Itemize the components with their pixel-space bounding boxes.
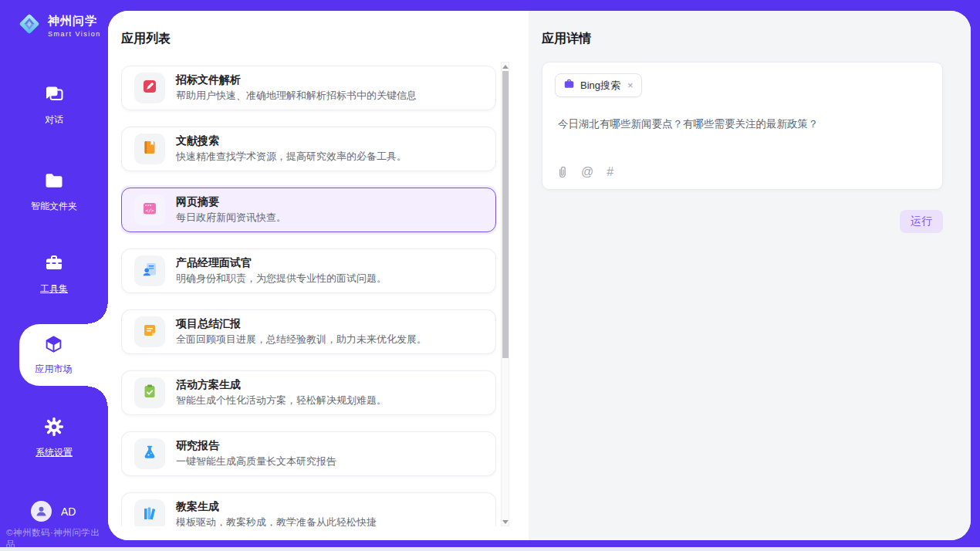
user-account[interactable]: AD [31,501,76,522]
tool-tag-label: Bing搜索 [580,79,620,93]
tender-document-icon [141,78,158,98]
composer-toolbar: @# [556,165,613,179]
literature-search-icon [141,139,158,159]
app-description: 全面回顾项目进展，总结经验教训，助力未来优化发展。 [176,333,427,346]
webpage-summary-icon: </> [141,200,158,220]
mention-icon[interactable]: @ [581,165,593,179]
app-list-item[interactable]: 产品经理面试官 明确身份和职责，为您提供专业性的面试问题。 [121,248,496,293]
app-description: 模板驱动，教案秒成，教学准备从此轻松快捷 [176,516,377,526]
app-name: 研究报告 [176,439,336,452]
bottom-edge-strip [0,547,980,551]
sidebar-item-label: 智能文件夹 [31,200,77,213]
cube-icon [43,334,64,358]
avatar [31,501,52,522]
sidebar-item-2[interactable]: 智能文件夹 [0,170,108,213]
sidebar-item-label: 系统设置 [35,446,73,459]
app-list-item[interactable]: 教案生成 模板驱动，教案秒成，教学准备从此轻松快捷 [121,492,496,526]
lesson-plan-icon [141,505,158,525]
app-list-item[interactable]: 招标文件解析 帮助用户快速、准确地理解和解析招标书中的关键信息 [121,66,496,110]
app-name: 项目总结汇报 [176,317,427,330]
app-description: 明确身份和职责，为您提供专业性的面试问题。 [176,272,387,286]
diamond-logo-icon [15,10,43,41]
app-name: 文献搜索 [176,134,407,147]
hash-icon[interactable]: # [607,165,613,179]
prompt-text: 今日湖北有哪些新闻要点？有哪些需要关注的最新政策？ [558,117,928,132]
app-list-title: 应用列表 [121,31,171,47]
app-list: 招标文件解析 帮助用户快速、准确地理解和解析招标书中的关键信息 文献搜索 快速精… [121,62,496,526]
app-description: 智能生成个性化活动方案，轻松解决规划难题。 [176,394,387,407]
run-button[interactable]: 运行 [900,210,943,233]
toolbox-icon [43,252,65,277]
sidebar-item-3[interactable]: 工具集 [0,252,108,296]
folder-icon [43,170,65,194]
app-description: 每日政府新闻资讯快查。 [176,211,286,225]
app-detail-panel: 应用详情 Bing搜索 × 今日湖北有哪些新闻要点？有哪些需要关注的最新政策？ … [529,11,971,540]
app-name: 网页摘要 [176,195,286,208]
app-list-item[interactable]: 项目总结汇报 全面回顾项目进展，总结经验教训，助力未来优化发展。 [121,309,496,354]
app-list-item[interactable]: </> 网页摘要 每日政府新闻资讯快查。 [121,188,496,232]
user-name: AD [61,505,76,518]
scroll-up-arrow-icon[interactable] [502,63,509,70]
app-name: 产品经理面试官 [176,256,387,269]
sidebar-item-label: 工具集 [40,282,68,296]
app-detail-title: 应用详情 [542,31,591,47]
sidebar-item-5[interactable]: 系统设置 [0,416,108,459]
main-container: 应用列表 招标文件解析 帮助用户快速、准确地理解和解析招标书中的关键信息 文献搜… [108,11,971,540]
activity-plan-icon [141,383,158,403]
tool-tag-bing-search[interactable]: Bing搜索 × [555,73,642,97]
brand-subtitle: Smart Vision [48,30,101,38]
briefcase-icon [563,78,575,93]
app-list-item[interactable]: 研究报告 一键智能生成高质量长文本研究报告 [121,431,496,476]
app-name: 招标文件解析 [176,73,417,86]
app-name: 教案生成 [176,500,377,513]
page: { "brand": { "name": "神州问学", "subtitle":… [0,0,980,551]
paperclip-icon[interactable] [556,165,568,179]
app-list-panel: 应用列表 招标文件解析 帮助用户快速、准确地理解和解析招标书中的关键信息 文献搜… [108,11,529,540]
svg-text:</>: </> [145,208,154,213]
chat-icon [43,83,66,108]
sidebar-item-4[interactable]: 应用市场 [19,324,108,386]
app-list-item[interactable]: 活动方案生成 智能生成个性化活动方案，轻松解决规划难题。 [121,370,496,415]
gear-icon [43,416,65,441]
app-name: 活动方案生成 [176,378,387,391]
sidebar-item-label: 应用市场 [35,363,73,376]
close-icon[interactable]: × [627,79,634,91]
brand: 神州问学 Smart Vision [15,10,101,41]
app-description: 帮助用户快速、准确地理解和解析招标书中的关键信息 [176,89,417,103]
app-description: 快速精准查找学术资源，提高研究效率的必备工具。 [176,150,407,164]
person-icon [35,505,48,518]
prompt-input-card[interactable]: Bing搜索 × 今日湖北有哪些新闻要点？有哪些需要关注的最新政策？ @# [542,62,943,190]
project-summary-icon [141,322,158,342]
pm-interviewer-icon [141,261,158,281]
scroll-down-arrow-icon[interactable] [502,518,509,526]
sidebar-item-1[interactable]: 对话 [0,83,108,127]
scrollbar[interactable] [501,62,509,526]
app-list-item[interactable]: 文献搜索 快速精准查找学术资源，提高研究效率的必备工具。 [121,127,496,171]
brand-name: 神州问学 [48,14,101,29]
scrollbar-thumb[interactable] [502,71,509,358]
research-report-icon [141,444,158,464]
sidebar: 神州问学 Smart Vision 对话 智能文件夹 工具集 应用市场 [0,0,108,551]
sidebar-item-label: 对话 [45,113,63,127]
app-description: 一键智能生成高质量长文本研究报告 [176,455,336,468]
